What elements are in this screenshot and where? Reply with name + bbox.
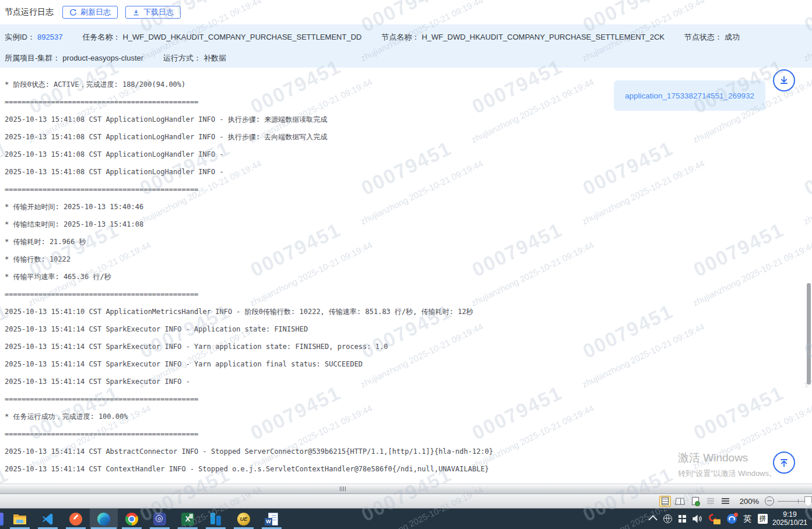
taskbar-apps: XUEW (0, 509, 286, 529)
info-label: 运行方式： (163, 54, 201, 62)
read-mode-icon (675, 498, 685, 505)
hidden-partial-icon (0, 513, 3, 526)
view-outline-button[interactable] (705, 496, 716, 507)
log-line: * 传输开始时间: 2025-10-13 15:40:46 (5, 198, 807, 216)
web-layout-icon (692, 497, 699, 505)
view-web-layout-button[interactable] (690, 496, 701, 507)
status-bar-right: 200% (659, 494, 812, 508)
taskbar-app-ultraedit[interactable]: UE (230, 509, 258, 529)
info-value[interactable]: 892537 (37, 33, 62, 41)
refresh-log-button[interactable]: 刷新日志 (62, 6, 118, 19)
log-line: 2025-10-13 15:41:10 CST ApplicationMetri… (5, 303, 807, 320)
taskbar-app-vscode[interactable] (34, 509, 62, 529)
activation-line2: 转到“设置”以激活 Windows。 (678, 468, 776, 479)
info-field: 节点状态：成功 (684, 32, 740, 43)
info-label: 实例ID： (5, 33, 35, 41)
outline-icon (707, 498, 714, 504)
vertical-scrollbar-thumb[interactable] (807, 283, 811, 385)
tray-windows-panes-icon[interactable] (679, 515, 686, 523)
info-field: 运行方式：补数据 (163, 53, 226, 64)
application-id-badge[interactable]: application_1753382714551_269932 (614, 80, 765, 111)
horizontal-scrollbar[interactable] (0, 484, 812, 494)
log-content: * 阶段0状态: ACTIVE，完成进度: 188/200(94.00%)===… (0, 68, 807, 484)
info-value: 补数据 (203, 54, 226, 62)
info-label: 任务名称： (82, 33, 120, 41)
system-tray: 英拼 (651, 509, 768, 529)
file-explorer-icon (13, 512, 27, 526)
orange-pen-app-icon (69, 513, 82, 526)
info-value: product-easyops-cluster (62, 54, 143, 62)
refresh-label: 刷新日志 (80, 7, 111, 17)
taskbar-app-word[interactable]: W (258, 509, 286, 529)
log-separator: ========================================… (5, 181, 807, 198)
info-field: 节点名称：H_WF_DWD_HKAUDIT_COMPANY_PURCHASE_S… (381, 32, 665, 43)
tray-chevron-up-icon[interactable] (651, 516, 657, 522)
log-line: * 传输平均速率: 465.36 行/秒 (5, 268, 807, 285)
download-label: 下载日志 (143, 7, 174, 17)
taskbar-app-orange-pen-app[interactable] (62, 509, 90, 529)
status-bar: 200% (0, 494, 812, 509)
zoom-out-button[interactable] (765, 496, 774, 506)
windows-activation-watermark: 激活 Windows 转到“设置”以激活 Windows。 (678, 450, 776, 479)
zoom-slider-track[interactable] (778, 501, 807, 502)
tray-network-globe-icon[interactable] (663, 514, 672, 523)
log-line: 2025-10-13 15:41:08 CST ApplicationLogHa… (5, 111, 807, 128)
application-id-text: application_1753382714551_269932 (625, 91, 754, 100)
scroll-to-top-button[interactable] (773, 452, 795, 474)
page-title: 节点运行日志 (5, 7, 54, 17)
info-label: 节点名称： (381, 33, 419, 41)
word-icon: W (265, 512, 279, 526)
log-line: * 传输结束时间: 2025-10-13 15:41:08 (5, 216, 807, 233)
info-value: 成功 (725, 33, 740, 41)
log-line: * 任务运行成功，完成进度: 100.00% (5, 408, 807, 425)
windows-taskbar: XUEW 英拼 9:19 2025/10/21 (0, 509, 812, 529)
download-log-button[interactable]: 下载日志 (125, 6, 181, 19)
info-label: 节点状态： (684, 33, 722, 41)
tray-foxmail-icon[interactable] (709, 514, 720, 524)
arrow-down-icon (778, 75, 790, 86)
info-row-2: 所属项目-集群：product-easyops-cluster运行方式：补数据 (5, 53, 807, 64)
screen: 节点运行日志 刷新日志 下载日志 实例ID：892537任务名称：H_WF_DW… (0, 0, 812, 529)
scrollbar-grip[interactable] (340, 486, 346, 491)
info-field: 所属项目-集群：product-easyops-cluster (5, 53, 143, 64)
tray-ime-pinyin-icon[interactable]: 拼 (758, 514, 768, 524)
taskbar-app-excel[interactable]: X (174, 509, 202, 529)
taskbar-app-chrome[interactable] (118, 509, 146, 529)
taskbar-clock[interactable]: 9:19 2025/10/21 (769, 510, 811, 527)
edge-icon (97, 513, 110, 526)
info-label: 所属项目-集群： (5, 54, 60, 62)
notification-badge (734, 513, 738, 517)
scroll-to-bottom-button[interactable] (773, 69, 795, 91)
log-line: 2025-10-13 15:41:08 CST ApplicationLogHa… (5, 146, 807, 163)
log-line: * 传输行数: 10222 (5, 251, 807, 268)
taskbar-app-edge[interactable] (90, 509, 118, 529)
chat-app-icon (153, 513, 166, 526)
taskbar-app-file-explorer[interactable] (6, 509, 34, 529)
log-separator: ========================================… (5, 425, 807, 443)
tray-volume-icon[interactable] (693, 514, 702, 523)
log-separator: ========================================… (5, 390, 807, 408)
log-line: 2025-10-13 15:41:14 CST SparkExecutor IN… (5, 338, 807, 355)
log-line: 2025-10-13 15:41:14 CST SparkExecutor IN… (5, 320, 807, 338)
taskbar-app-hbuilder[interactable] (202, 509, 230, 529)
activation-line1: 激活 Windows (678, 450, 776, 465)
refresh-icon (69, 9, 77, 16)
info-field: 任务名称：H_WF_DWD_HKAUDIT_COMPANY_PURCHASE_S… (82, 32, 361, 43)
arrow-up-icon (778, 457, 790, 468)
info-row-1: 实例ID：892537任务名称：H_WF_DWD_HKAUDIT_COMPANY… (5, 32, 807, 43)
log-separator: ========================================… (5, 285, 807, 303)
info-value: H_WF_DWD_HKAUDIT_COMPANY_PURCHASE_SETTLE… (122, 33, 361, 41)
view-draft-button[interactable] (720, 496, 732, 507)
draft-icon (722, 498, 729, 504)
zoom-slider-thumb[interactable] (804, 496, 812, 506)
taskbar-app-hidden-partial[interactable] (0, 509, 6, 529)
view-read-mode-button[interactable] (674, 496, 686, 507)
tray-tim-icon[interactable] (727, 514, 737, 524)
view-print-layout-button[interactable] (659, 496, 671, 507)
zoom-level: 200% (740, 497, 759, 506)
clock-date: 2025/10/21 (769, 519, 811, 527)
hbuilder-icon (209, 513, 222, 526)
tray-ime-en-icon[interactable]: 英 (743, 514, 751, 524)
taskbar-app-chat-app[interactable] (146, 509, 174, 529)
excel-icon: X (181, 513, 194, 526)
